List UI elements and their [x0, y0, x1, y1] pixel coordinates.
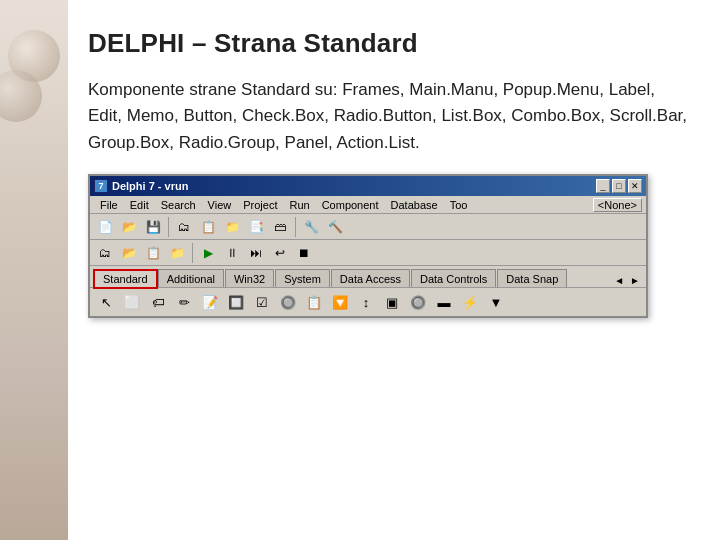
toolbar2-btn4[interactable]: 📁 [166, 242, 188, 264]
menu-run[interactable]: Run [283, 198, 315, 212]
pause-button[interactable]: ⏸ [221, 242, 243, 264]
title-bar: 7 Delphi 7 - vrun _ □ ✕ [90, 176, 646, 196]
minimize-button[interactable]: _ [596, 179, 610, 193]
toolbar-new[interactable]: 📄 [94, 216, 116, 238]
tab-system[interactable]: System [275, 269, 330, 287]
toolbar-btn6[interactable]: 📁 [221, 216, 243, 238]
menu-bar: File Edit Search View Project Run Compon… [90, 196, 646, 214]
title-controls[interactable]: _ □ ✕ [596, 179, 642, 193]
toolbar-save[interactable]: 💾 [142, 216, 164, 238]
decorative-strip [0, 0, 68, 540]
comp-actionlist[interactable]: ⚡ [458, 291, 482, 313]
window-title: Delphi 7 - vrun [112, 180, 188, 192]
toolbar-sep2 [295, 217, 296, 237]
title-bar-left: 7 Delphi 7 - vrun [94, 179, 188, 193]
comp-edit[interactable]: ✏ [172, 291, 196, 313]
comp-memo[interactable]: 📝 [198, 291, 222, 313]
toolbar-btn9[interactable]: 🔧 [300, 216, 322, 238]
tab-additional[interactable]: Additional [158, 269, 224, 287]
comp-checkbox[interactable]: ☑ [250, 291, 274, 313]
menu-search[interactable]: Search [155, 198, 202, 212]
slide-body: Komponente strane Standard su: Frames, M… [88, 77, 690, 156]
comp-label[interactable]: 🏷 [146, 291, 170, 313]
comp-radiogroup[interactable]: 🔘 [406, 291, 430, 313]
tab-data-access[interactable]: Data Access [331, 269, 410, 287]
menu-edit[interactable]: Edit [124, 198, 155, 212]
tab-win32[interactable]: Win32 [225, 269, 274, 287]
palette-nav: ◄ ► [612, 274, 642, 287]
palette-right-arrow[interactable]: ► [628, 274, 642, 287]
toolbar-sep1 [168, 217, 169, 237]
toolbar-btn10[interactable]: 🔨 [324, 216, 346, 238]
menu-view[interactable]: View [202, 198, 238, 212]
run-button[interactable]: ▶ [197, 242, 219, 264]
toolbar2-sep1 [192, 243, 193, 263]
toolbar2-btn3[interactable]: 📋 [142, 242, 164, 264]
app-icon: 7 [94, 179, 108, 193]
comp-button[interactable]: 🔲 [224, 291, 248, 313]
comp-combobox[interactable]: 🔽 [328, 291, 352, 313]
delphi-window: 7 Delphi 7 - vrun _ □ ✕ File Edit Search… [88, 174, 648, 318]
component-palette-row: ↖ ⬜ 🏷 ✏ 📝 🔲 ☑ 🔘 📋 🔽 ↕ ▣ 🔘 ▬ ⚡ ▼ [90, 288, 646, 316]
toolbar-btn4[interactable]: 🗂 [173, 216, 195, 238]
comp-more[interactable]: ▼ [484, 291, 508, 313]
palette-tabs: Standard Additional Win32 System Data Ac… [90, 266, 646, 288]
toolbar-row2: 🗂 📂 📋 📁 ▶ ⏸ ⏭ ↩ ⏹ [90, 240, 646, 266]
step-over-button[interactable]: ⏭ [245, 242, 267, 264]
menu-component[interactable]: Component [316, 198, 385, 212]
comp-groupbox[interactable]: ▣ [380, 291, 404, 313]
stop-button[interactable]: ⏹ [293, 242, 315, 264]
tab-data-controls[interactable]: Data Controls [411, 269, 496, 287]
comp-frame[interactable]: ⬜ [120, 291, 144, 313]
toolbar-btn7[interactable]: 📑 [245, 216, 267, 238]
toolbar2-btn1[interactable]: 🗂 [94, 242, 116, 264]
comp-radiobutton[interactable]: 🔘 [276, 291, 300, 313]
none-dropdown[interactable]: <None> [593, 198, 642, 212]
slide-title: DELPHI – Strana Standard [88, 28, 690, 59]
comp-cursor[interactable]: ↖ [94, 291, 118, 313]
toolbar2-btn2[interactable]: 📂 [118, 242, 140, 264]
maximize-button[interactable]: □ [612, 179, 626, 193]
step-into-button[interactable]: ↩ [269, 242, 291, 264]
slide-content: DELPHI – Strana Standard Komponente stra… [68, 0, 720, 540]
toolbar-row1: 📄 📂 💾 🗂 📋 📁 📑 🗃 🔧 🔨 [90, 214, 646, 240]
comp-panel[interactable]: ▬ [432, 291, 456, 313]
menu-database[interactable]: Database [385, 198, 444, 212]
palette-left-arrow[interactable]: ◄ [612, 274, 626, 287]
close-button[interactable]: ✕ [628, 179, 642, 193]
tab-data-snap[interactable]: Data Snap [497, 269, 567, 287]
menu-file[interactable]: File [94, 198, 124, 212]
toolbar-btn8[interactable]: 🗃 [269, 216, 291, 238]
tab-standard[interactable]: Standard [94, 270, 157, 288]
menu-tools[interactable]: Too [444, 198, 474, 212]
menu-project[interactable]: Project [237, 198, 283, 212]
comp-listbox[interactable]: 📋 [302, 291, 326, 313]
toolbar-open[interactable]: 📂 [118, 216, 140, 238]
toolbar-btn5[interactable]: 📋 [197, 216, 219, 238]
comp-scrollbar[interactable]: ↕ [354, 291, 378, 313]
